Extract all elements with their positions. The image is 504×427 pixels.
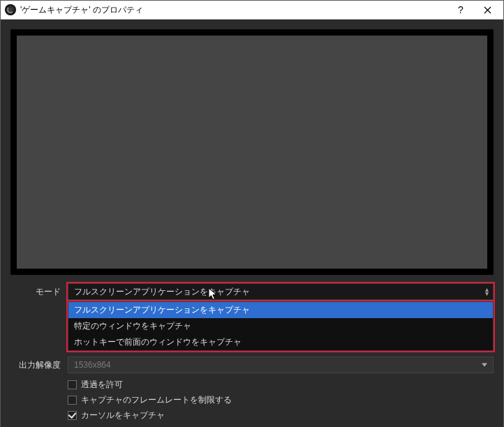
close-icon: [484, 6, 491, 14]
properties-form: モード フルスクリーンアプリケーションをキャプチャ ▴▾ フルスクリーンアプリケ…: [10, 283, 494, 425]
row-mode: モード フルスクリーンアプリケーションをキャプチャ ▴▾ フルスクリーンアプリケ…: [10, 283, 494, 351]
checkbox-group: 透過を許可 キャプチャのフレームレートを制限する カーソルをキャプチャ: [68, 379, 494, 421]
title-bar: 'ゲームキャプチャ' のプロパティ ?: [1, 1, 503, 20]
mode-dropdown-list: フルスクリーンアプリケーションをキャプチャ 特定のウィンドウをキャプチャ ホット…: [68, 301, 494, 351]
checkbox-transparency[interactable]: 透過を許可: [68, 379, 494, 391]
help-button[interactable]: ?: [447, 1, 474, 19]
resolution-dropdown[interactable]: 1536x864: [68, 357, 494, 373]
window-title: 'ゲームキャプチャ' のプロパティ: [20, 4, 447, 16]
preview-area: [10, 29, 494, 275]
resolution-field: 1536x864: [68, 357, 494, 373]
mode-option-0[interactable]: フルスクリーンアプリケーションをキャプチャ: [68, 302, 493, 318]
checkbox-limit-fps[interactable]: キャプチャのフレームレートを制限する: [68, 394, 494, 406]
close-button[interactable]: [474, 1, 501, 19]
mode-field: フルスクリーンアプリケーションをキャプチャ ▴▾ フルスクリーンアプリケーション…: [68, 283, 494, 351]
checkbox-box: [68, 380, 77, 389]
dialog-window: 'ゲームキャプチャ' のプロパティ ? モード フルスクリーンアプリケーションを…: [0, 0, 504, 427]
chevron-down-icon: [482, 364, 487, 367]
checkbox-box: [68, 396, 77, 405]
row-resolution: 出力解像度 1536x864: [10, 357, 494, 373]
resolution-label: 出力解像度: [10, 357, 68, 371]
checkbox-label: キャプチャのフレームレートを制限する: [81, 394, 232, 406]
preview-canvas: [17, 36, 487, 269]
mode-option-2[interactable]: ホットキーで前面のウィンドウをキャプチャ: [68, 334, 493, 350]
mode-label: モード: [10, 283, 68, 298]
checkbox-box: [68, 411, 77, 420]
mode-option-1[interactable]: 特定のウィンドウをキャプチャ: [68, 318, 493, 334]
checkbox-label: カーソルをキャプチャ: [81, 410, 165, 421]
checkbox-label: 透過を許可: [81, 379, 123, 391]
chevrons-icon: ▴▾: [485, 287, 489, 296]
mode-dropdown[interactable]: フルスクリーンアプリケーションをキャプチャ ▴▾: [68, 283, 494, 300]
dialog-body: モード フルスクリーンアプリケーションをキャプチャ ▴▾ フルスクリーンアプリケ…: [1, 20, 503, 427]
checkbox-cursor[interactable]: カーソルをキャプチャ: [68, 410, 494, 421]
resolution-value: 1536x864: [74, 360, 111, 370]
mode-dropdown-value: フルスクリーンアプリケーションをキャプチャ: [74, 286, 250, 298]
app-icon: [5, 4, 16, 15]
